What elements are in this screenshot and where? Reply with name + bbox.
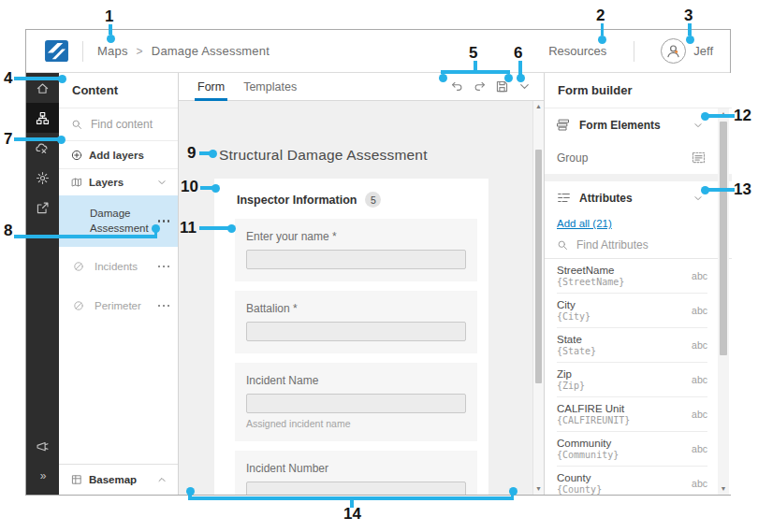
chevron-up-icon[interactable] xyxy=(156,474,168,485)
attribute-row[interactable]: Community {Community} abc xyxy=(557,432,707,467)
nav-home-button[interactable] xyxy=(26,73,59,103)
nav-share-button[interactable] xyxy=(26,193,59,223)
app-window: Maps > Damage Assessment Resources Jeff xyxy=(25,29,731,496)
breadcrumb-current: Damage Assessment xyxy=(152,44,270,58)
tab-templates[interactable]: Templates xyxy=(234,73,306,101)
overflow-menu-icon[interactable] xyxy=(158,301,170,311)
annotation-7-number: 7 xyxy=(4,131,12,147)
field-input[interactable] xyxy=(246,322,466,341)
layer-name: Perimeter xyxy=(95,300,141,311)
add-layers-button[interactable]: Add layers xyxy=(59,141,178,169)
scroll-up-arrow[interactable]: ▲ xyxy=(533,102,544,111)
map-layers-icon xyxy=(71,177,82,188)
attribute-name: Community xyxy=(557,438,619,449)
overflow-menu-icon[interactable] xyxy=(158,216,170,226)
annotation-1-number: 1 xyxy=(105,8,113,24)
attribute-row[interactable]: State {State} abc xyxy=(557,328,707,363)
annotation-13-number: 13 xyxy=(734,181,751,197)
visibility-off-icon xyxy=(73,261,84,272)
scroll-down-arrow[interactable]: ▼ xyxy=(533,484,544,494)
attribute-field-code: {StreetName} xyxy=(557,277,624,287)
user-avatar[interactable] xyxy=(661,38,686,64)
find-content-search[interactable] xyxy=(59,108,178,141)
group-element-item[interactable]: Group xyxy=(545,141,732,174)
home-icon xyxy=(36,81,50,95)
attribute-row[interactable]: Zip {Zip} abc xyxy=(557,363,707,397)
form-builder-panel: Form builder Form Elements Group xyxy=(544,73,732,495)
form-tabbar: Form Templates xyxy=(179,73,544,101)
form-field-card[interactable]: Battalion * xyxy=(235,291,477,353)
attribute-name: StreetName xyxy=(557,265,624,276)
redo-button[interactable] xyxy=(473,79,487,93)
nav-expand-button[interactable]: » xyxy=(26,461,59,491)
find-content-input[interactable] xyxy=(89,117,166,132)
layer-item-incidents[interactable]: Incidents xyxy=(59,247,178,286)
attribute-row[interactable]: City {City} abc xyxy=(557,294,707,328)
form-title[interactable]: Structural Damage Assessment xyxy=(219,147,428,164)
breadcrumb-separator: > xyxy=(137,45,143,58)
attributes-label: Attributes xyxy=(579,192,633,205)
scrollbar-thumb[interactable] xyxy=(535,150,542,383)
undo-button[interactable] xyxy=(450,79,464,93)
add-all-link[interactable]: Add all (21) xyxy=(557,218,612,229)
more-options-button[interactable] xyxy=(517,79,532,93)
layer-item-perimeter[interactable]: Perimeter xyxy=(59,286,178,325)
group-element-icon xyxy=(692,151,706,165)
nav-settings-button[interactable] xyxy=(26,163,59,193)
layer-name: Incidents xyxy=(95,261,138,272)
user-name[interactable]: Jeff xyxy=(693,44,713,58)
form-canvas-scrollbar[interactable]: ▲ ▼ xyxy=(532,101,544,495)
chevron-down-icon xyxy=(517,79,532,93)
header-divider-2 xyxy=(634,41,634,62)
redo-icon xyxy=(473,79,487,93)
overflow-menu-icon[interactable] xyxy=(158,262,170,272)
attributes-icon xyxy=(557,191,571,205)
nav-feedback-button[interactable] xyxy=(26,431,59,461)
field-input[interactable] xyxy=(246,394,466,413)
field-label: Battalion * xyxy=(246,302,466,315)
scroll-up-arrow[interactable]: ▲ xyxy=(718,109,729,119)
save-button[interactable] xyxy=(495,79,509,93)
tab-form[interactable]: Form xyxy=(188,73,234,101)
screenshot-stage: Maps > Damage Assessment Resources Jeff xyxy=(0,0,758,532)
scrollbar-thumb[interactable] xyxy=(720,122,727,355)
field-input[interactable] xyxy=(246,482,466,495)
field-input[interactable] xyxy=(246,250,466,269)
layers-section-header[interactable]: Layers xyxy=(59,169,178,195)
find-attributes-search[interactable] xyxy=(545,231,732,259)
scroll-down-arrow[interactable]: ▼ xyxy=(718,484,729,494)
group-element-label: Group xyxy=(557,151,588,165)
nav-layers-button[interactable] xyxy=(26,103,59,133)
string-type-icon: abc xyxy=(692,374,707,385)
add-layers-label: Add layers xyxy=(89,150,144,161)
form-field-card[interactable]: Incident Name Assigned incident name xyxy=(235,363,477,441)
breadcrumb-maps[interactable]: Maps xyxy=(97,44,128,58)
form-field-card[interactable]: Incident Number Assigned incident number xyxy=(235,451,477,495)
layer-item-damage-assessment[interactable]: Damage Assessment xyxy=(59,195,178,247)
string-type-icon: abc xyxy=(692,270,707,281)
attribute-row[interactable]: StreetName {StreetName} abc xyxy=(557,259,707,294)
field-label: Incident Number xyxy=(246,462,466,475)
visibility-off-icon xyxy=(73,300,84,311)
attribute-row[interactable]: County {County} abc xyxy=(557,467,707,495)
chevron-down-icon[interactable] xyxy=(156,177,168,188)
chevron-down-icon[interactable] xyxy=(692,193,704,204)
arcgis-logo xyxy=(45,40,68,62)
basemap-section-header[interactable]: Basemap xyxy=(59,464,178,495)
group-header[interactable]: Inspector Information 5 xyxy=(237,192,466,208)
attribute-row[interactable]: CALFIRE Unit {CALFIREUNIT} abc xyxy=(557,397,707,432)
annotation-14-number: 14 xyxy=(343,506,361,522)
resources-link[interactable]: Resources xyxy=(548,44,606,58)
content-panel: Content Add layers xyxy=(59,73,179,495)
megaphone-icon xyxy=(36,439,50,453)
form-elements-section-header[interactable]: Form Elements xyxy=(545,108,732,141)
string-type-icon: abc xyxy=(692,409,707,420)
builder-scrollbar[interactable]: ▲ ▼ xyxy=(718,108,729,495)
chevron-down-icon[interactable] xyxy=(692,120,704,131)
nav-offline-button[interactable] xyxy=(26,133,59,163)
share-export-icon xyxy=(36,201,50,215)
form-builder-title: Form builder xyxy=(545,73,732,108)
find-attributes-input[interactable] xyxy=(575,237,673,252)
attributes-section-header[interactable]: Attributes xyxy=(545,181,732,214)
form-field-card[interactable]: Enter your name * xyxy=(235,219,477,281)
